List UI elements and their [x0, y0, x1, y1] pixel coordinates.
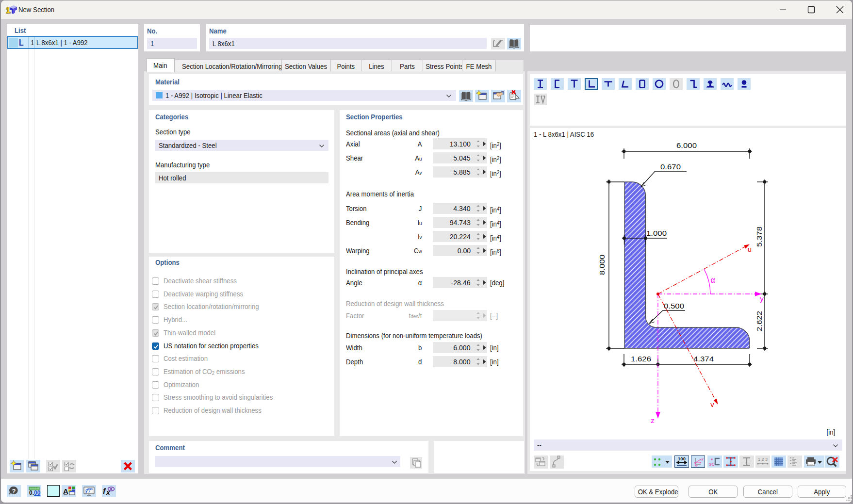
svg-text:0.: 0. — [29, 489, 34, 496]
svg-text:2.622: 2.622 — [755, 311, 763, 331]
svg-text:A: A — [63, 487, 68, 495]
svg-text:v: v — [710, 400, 714, 408]
svg-text:6.000: 6.000 — [676, 141, 697, 149]
svg-text:8.000: 8.000 — [598, 255, 606, 275]
svg-text:SC: SC — [709, 462, 715, 467]
svg-text:z: z — [696, 464, 698, 468]
svg-text:4.374: 4.374 — [693, 355, 714, 363]
svg-text:5.378: 5.378 — [755, 227, 763, 247]
svg-text:0.670: 0.670 — [660, 163, 681, 171]
svg-text:α: α — [710, 276, 715, 284]
svg-text:1.626: 1.626 — [631, 355, 651, 363]
svg-text:1 2 3: 1 2 3 — [758, 457, 768, 462]
svg-text:0.500: 0.500 — [664, 302, 684, 310]
svg-text:00: 00 — [34, 489, 41, 496]
svg-text:y: y — [760, 294, 764, 303]
svg-text:z: z — [651, 416, 655, 424]
svg-text:?: ? — [12, 488, 16, 495]
svg-text:1.000: 1.000 — [646, 229, 667, 237]
svg-text:1: 1 — [6, 6, 10, 15]
svg-text:100: 100 — [678, 456, 686, 461]
svg-text:y: y — [702, 456, 704, 461]
svg-text:u: u — [748, 245, 752, 253]
